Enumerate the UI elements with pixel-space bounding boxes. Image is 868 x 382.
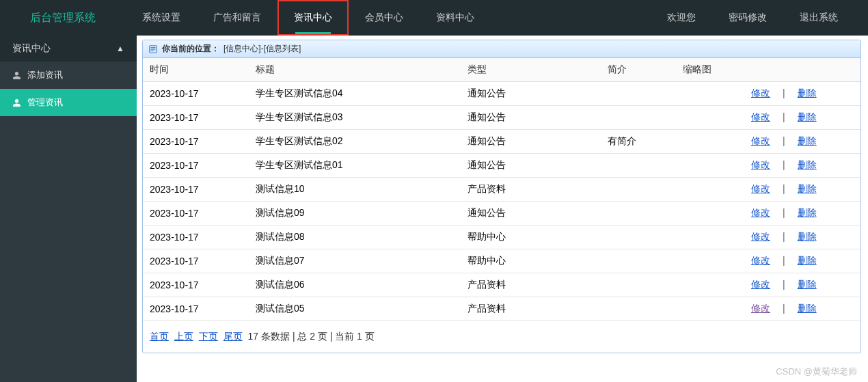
- topnav-data[interactable]: 资料中心: [420, 0, 491, 36]
- delete-link[interactable]: 删除: [798, 135, 817, 146]
- cell-thumb: [676, 178, 744, 202]
- table-row: 2023-10-17学生专区测试信息04通知公告修改|删除: [143, 82, 860, 106]
- cell-title: 学生专区测试信息04: [249, 82, 461, 106]
- sidebar: 资讯中心 ▲ 添加资讯 管理资讯: [0, 36, 137, 382]
- cell-actions: 修改|删除: [744, 178, 860, 202]
- top-nav: 系统设置 广告和留言 资讯中心 会员中心 资料中心: [126, 0, 491, 36]
- edit-link[interactable]: 修改: [751, 255, 770, 266]
- topnav-info[interactable]: 资讯中心: [277, 0, 349, 36]
- topnav-logout[interactable]: 退出系统: [783, 0, 854, 36]
- cell-intro: [601, 82, 676, 106]
- cell-type: 通知公告: [461, 106, 601, 130]
- cell-time: 2023-10-17: [143, 249, 249, 273]
- cell-thumb: [676, 249, 744, 273]
- separator: |: [783, 111, 785, 122]
- cell-title: 学生专区测试信息03: [249, 106, 461, 130]
- pager: 首页 上页 下页 尾页 17 条数据 | 总 2 页 | 当前 1 页: [143, 321, 860, 353]
- svg-rect-1: [151, 47, 156, 48]
- delete-link[interactable]: 删除: [798, 87, 817, 98]
- cell-actions: 修改|删除: [744, 297, 860, 321]
- edit-link[interactable]: 修改: [751, 303, 770, 314]
- edit-link[interactable]: 修改: [751, 87, 770, 98]
- cell-type: 帮助中心: [461, 226, 601, 249]
- table-row: 2023-10-17学生专区测试信息01通知公告修改|删除: [143, 154, 860, 178]
- pager-prev[interactable]: 上页: [174, 331, 193, 342]
- sidebar-header[interactable]: 资讯中心 ▲: [0, 36, 137, 62]
- watermark: CSDN @黄菊华老师: [776, 366, 857, 378]
- delete-link[interactable]: 删除: [798, 183, 817, 194]
- cell-type: 通知公告: [461, 202, 601, 226]
- cell-time: 2023-10-17: [143, 130, 249, 154]
- breadcrumb: 你当前的位置： [信息中心]-[信息列表]: [143, 40, 860, 58]
- cell-actions: 修改|删除: [744, 130, 860, 154]
- delete-link[interactable]: 删除: [798, 231, 817, 242]
- table-row: 2023-10-17测试信息08帮助中心修改|删除: [143, 226, 860, 249]
- separator: |: [783, 279, 785, 290]
- cell-title: 测试信息07: [249, 249, 461, 273]
- table-row: 2023-10-17测试信息10产品资料修改|删除: [143, 178, 860, 202]
- delete-link[interactable]: 删除: [798, 111, 817, 122]
- topnav-password[interactable]: 密码修改: [712, 0, 783, 36]
- pager-info: 17 条数据 | 总 2 页 | 当前 1 页: [248, 331, 375, 342]
- cell-type: 产品资料: [461, 178, 601, 202]
- edit-link[interactable]: 修改: [751, 183, 770, 194]
- cell-intro: [601, 249, 676, 273]
- logo: 后台管理系统: [0, 11, 126, 25]
- delete-link[interactable]: 删除: [798, 159, 817, 170]
- separator: |: [783, 87, 785, 98]
- user-icon: [12, 71, 22, 80]
- edit-link[interactable]: 修改: [751, 135, 770, 146]
- breadcrumb-prefix: 你当前的位置：: [162, 43, 219, 55]
- pager-first[interactable]: 首页: [150, 331, 169, 342]
- topnav-member[interactable]: 会员中心: [349, 0, 420, 36]
- table-row: 2023-10-17学生专区测试信息02通知公告有简介修改|删除: [143, 130, 860, 154]
- sidebar-title: 资讯中心: [12, 42, 51, 55]
- edit-link[interactable]: 修改: [751, 207, 770, 218]
- col-thumb: 缩略图: [676, 58, 744, 82]
- col-title: 标题: [249, 58, 461, 82]
- delete-link[interactable]: 删除: [798, 303, 817, 314]
- sidebar-item-label: 添加资讯: [27, 69, 63, 81]
- cell-thumb: [676, 154, 744, 178]
- separator: |: [783, 207, 785, 218]
- topnav-system[interactable]: 系统设置: [126, 0, 197, 36]
- breadcrumb-path: [信息中心]-[信息列表]: [223, 43, 301, 55]
- col-type: 类型: [461, 58, 601, 82]
- cell-type: 产品资料: [461, 297, 601, 321]
- cell-time: 2023-10-17: [143, 178, 249, 202]
- edit-link[interactable]: 修改: [751, 231, 770, 242]
- delete-link[interactable]: 删除: [798, 255, 817, 266]
- cell-thumb: [676, 106, 744, 130]
- cell-title: 测试信息10: [249, 178, 461, 202]
- delete-link[interactable]: 删除: [798, 207, 817, 218]
- col-actions: [744, 58, 860, 82]
- delete-link[interactable]: 删除: [798, 279, 817, 290]
- cell-intro: [601, 297, 676, 321]
- cell-actions: 修改|删除: [744, 202, 860, 226]
- cell-type: 通知公告: [461, 154, 601, 178]
- cell-intro: [601, 273, 676, 297]
- cell-title: 测试信息09: [249, 202, 461, 226]
- cell-actions: 修改|删除: [744, 106, 860, 130]
- cell-time: 2023-10-17: [143, 154, 249, 178]
- user-icon: [12, 98, 22, 107]
- separator: |: [783, 231, 785, 242]
- sidebar-item-add[interactable]: 添加资讯: [0, 62, 137, 89]
- table-header-row: 时间 标题 类型 简介 缩略图: [143, 58, 860, 82]
- sidebar-item-manage[interactable]: 管理资讯: [0, 89, 137, 116]
- edit-link[interactable]: 修改: [751, 159, 770, 170]
- cell-type: 通知公告: [461, 82, 601, 106]
- pager-last[interactable]: 尾页: [223, 331, 243, 342]
- main-content: 你当前的位置： [信息中心]-[信息列表] 时间 标题 类型 简介 缩略图 20…: [137, 36, 868, 382]
- topnav-ads[interactable]: 广告和留言: [197, 0, 277, 36]
- cell-time: 2023-10-17: [143, 226, 249, 249]
- svg-rect-3: [151, 50, 154, 51]
- pager-next[interactable]: 下页: [199, 331, 218, 342]
- table-row: 2023-10-17学生专区测试信息03通知公告修改|删除: [143, 106, 860, 130]
- separator: |: [783, 303, 785, 314]
- cell-title: 测试信息06: [249, 273, 461, 297]
- edit-link[interactable]: 修改: [751, 111, 770, 122]
- separator: |: [783, 159, 785, 170]
- edit-link[interactable]: 修改: [751, 279, 770, 290]
- cell-intro: 有简介: [601, 130, 676, 154]
